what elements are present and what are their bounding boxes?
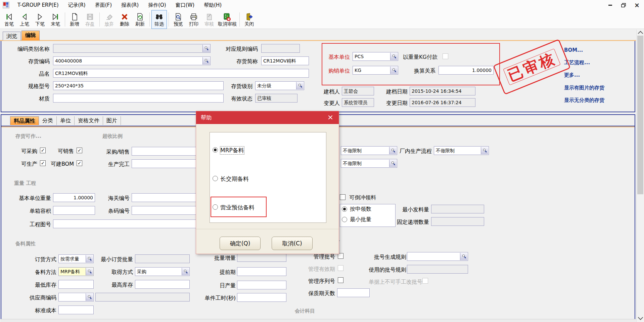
name-field[interactable]: CR12MOV精料	[53, 69, 309, 78]
lookup-icon[interactable]	[202, 57, 210, 65]
vertical-scrollbar[interactable]	[636, 30, 644, 322]
menu-interface[interactable]: 界面(F)	[90, 1, 117, 10]
lookup-icon[interactable]	[86, 293, 93, 301]
customs-label: 海关编号	[107, 195, 130, 202]
option-long-lead-label[interactable]: 长交期备料	[220, 175, 249, 183]
box-volume-field[interactable]	[53, 206, 95, 215]
lookup-icon[interactable]	[389, 147, 397, 154]
prep-method-field[interactable]: MRP备料	[58, 267, 94, 276]
print-button[interactable]: 打印	[186, 10, 201, 29]
spec-field[interactable]: 250*240*35	[53, 81, 224, 90]
lookup-icon[interactable]	[182, 268, 189, 275]
cancel-button[interactable]: 取消(C)	[272, 237, 313, 250]
inv-short-field[interactable]: CR12MOV精料	[261, 56, 309, 65]
status-field: 已审核	[255, 94, 297, 103]
customs-field[interactable]	[132, 193, 199, 202]
tab-images[interactable]: 图片	[103, 116, 121, 125]
cancel-audit-button[interactable]: 取消审核	[217, 10, 238, 29]
lookup-icon[interactable]	[389, 160, 397, 167]
option-mrp-label[interactable]: MRP备料	[220, 147, 244, 154]
name-label: 品名	[9, 71, 50, 78]
tab-item-attributes[interactable]: 料品属性	[10, 116, 39, 125]
limit2-field[interactable]: 不做限制	[341, 159, 397, 168]
tab-edit[interactable]: 编辑	[21, 31, 40, 40]
minimize-button[interactable]	[606, 2, 614, 8]
ok-button[interactable]: 确定(Q)	[220, 237, 261, 250]
refresh-button[interactable]: 刷新	[132, 10, 148, 29]
delete-button[interactable]: 删除	[117, 10, 132, 29]
level-field[interactable]: 未分级	[255, 81, 304, 90]
close-button[interactable]: ×	[633, 2, 641, 8]
first-record-button[interactable]: 首笔	[1, 10, 17, 29]
preview-button[interactable]: 预览	[171, 10, 186, 29]
supplier-code-field[interactable]	[58, 293, 94, 301]
link-show-unclassified[interactable]: 显示无分类的存货	[564, 97, 604, 104]
inv-code-field[interactable]: 400400008	[53, 56, 211, 65]
menu-report[interactable]: 报表(R)	[117, 1, 143, 10]
lookup-icon[interactable]	[202, 45, 210, 52]
tab-browse[interactable]: 浏览	[3, 32, 21, 40]
min-stock-field[interactable]	[58, 280, 94, 289]
link-bom[interactable]: BOM...	[564, 47, 583, 53]
bomable-checkbox[interactable]	[77, 160, 82, 166]
scroll-down-icon[interactable]	[638, 315, 643, 320]
menu-tgroup-erp[interactable]: T-GROUP ERP(E)	[13, 1, 63, 9]
scroll-up-icon[interactable]	[638, 31, 643, 36]
menu-operation[interactable]: 操作(O)	[143, 1, 171, 10]
lookup-icon[interactable]	[296, 82, 304, 89]
backflush-checkbox[interactable]	[340, 194, 346, 200]
purchasable-checkbox[interactable]	[40, 148, 46, 153]
drawing-number-field[interactable]	[53, 219, 199, 228]
tab-units[interactable]: 单位	[57, 116, 75, 125]
scrollbar-thumb[interactable]	[637, 36, 643, 194]
daily-output-field[interactable]	[237, 281, 286, 289]
lookup-icon[interactable]	[460, 253, 467, 260]
base-weight-field[interactable]: 1.00000	[53, 193, 95, 202]
option-mrp-radio[interactable]	[213, 147, 218, 153]
batch-rule-field[interactable]	[407, 252, 468, 261]
order-mode-field[interactable]: 按需求量	[58, 254, 94, 263]
lookup-icon[interactable]	[481, 147, 488, 154]
toolbar-separator	[239, 12, 240, 27]
sellable-checkbox[interactable]	[77, 148, 82, 153]
option-long-lead-radio[interactable]	[213, 176, 218, 181]
std-cost-field[interactable]	[58, 306, 94, 314]
factory-flow-field[interactable]: 不做限制	[434, 146, 489, 155]
link-more[interactable]: 更多...	[564, 72, 580, 78]
prev-record-button[interactable]: 上笔	[17, 10, 32, 29]
dialog-title-bar[interactable]: 帮助 ×	[196, 111, 339, 124]
dialog-close-icon[interactable]: ×	[326, 113, 335, 122]
prod-finish-ratio-field[interactable]	[132, 159, 199, 168]
code-class-field[interactable]	[53, 44, 211, 53]
barcode-field[interactable]	[132, 206, 199, 215]
min-batch-radio[interactable]	[342, 217, 347, 222]
shelf-life-field[interactable]	[337, 288, 370, 297]
lookup-icon[interactable]	[86, 268, 93, 275]
menu-window[interactable]: 窗口(W)	[171, 1, 199, 10]
filter-button[interactable]: 筛选	[151, 10, 167, 29]
toolbar-separator	[149, 12, 150, 27]
purchase-sale-ratio-field[interactable]	[132, 147, 199, 156]
last-record-button[interactable]: 末笔	[48, 10, 63, 29]
limit1-field[interactable]: 不做限制	[341, 146, 397, 155]
lookup-icon[interactable]	[86, 255, 93, 263]
manage-serial-checkbox[interactable]	[338, 277, 343, 283]
next-record-button[interactable]: 下笔	[32, 10, 48, 29]
binoculars-icon	[155, 12, 164, 21]
restore-button[interactable]	[620, 2, 627, 8]
lead-time-field[interactable]	[237, 267, 286, 276]
menu-help[interactable]: 帮助(H)	[199, 1, 226, 10]
acquire-mode-field[interactable]: 采购	[135, 267, 190, 276]
close-form-button[interactable]: 关闭	[241, 10, 257, 29]
by-request-radio[interactable]	[342, 206, 347, 212]
max-stock-field[interactable]	[135, 280, 190, 289]
menu-record[interactable]: 记录(R)	[63, 1, 90, 10]
link-show-with-image[interactable]: 显示有图片的存货	[564, 85, 604, 91]
tab-classification[interactable]: 分类	[39, 116, 57, 125]
material-field[interactable]	[53, 94, 224, 103]
producible-checkbox[interactable]	[40, 160, 46, 166]
new-button[interactable]: 新增	[67, 10, 82, 29]
toolbar-separator	[169, 12, 169, 27]
tab-qualification-files[interactable]: 资格文件	[75, 116, 103, 125]
unit-hours-field[interactable]	[237, 293, 286, 302]
